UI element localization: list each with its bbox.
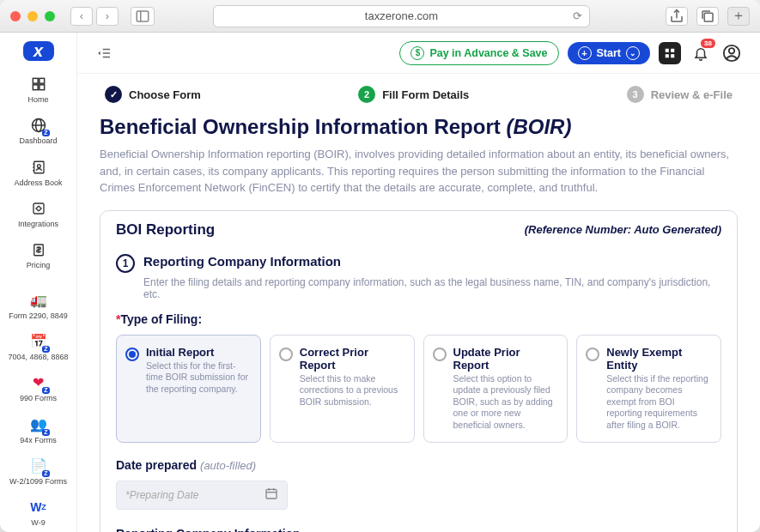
filing-option-correct[interactable]: Correct Prior Report Select this to make… [270,335,415,443]
w9-icon: WZ [29,498,48,517]
rail-w9[interactable]: WZ W-9 [0,493,76,532]
rail-integrations[interactable]: Integrations [0,194,76,233]
browser-sidebar-icon[interactable] [131,7,155,26]
check-icon: ✓ [105,86,122,103]
tabs-icon[interactable] [696,7,719,26]
truck-icon: 🚛 [29,291,48,310]
window-maximize-icon[interactable] [45,11,55,21]
filing-option-exempt[interactable]: Newly Exempt Entity Select this if the r… [576,335,721,443]
filing-option-initial[interactable]: Initial Report Select this for the first… [116,335,261,443]
date-prepared-input[interactable]: *Preparing Date [116,481,288,510]
rail-form-2290[interactable]: 🚛 Form 2290, 8849 [0,286,76,325]
svg-rect-21 [671,48,674,51]
notification-badge: 38 [701,39,715,48]
step-choose-form[interactable]: ✓ Choose Form [105,86,201,103]
rail-pricing[interactable]: Pricing [0,235,76,275]
document-icon: 📄Z [29,456,48,475]
svg-point-11 [37,164,40,167]
rail-w2-1099[interactable]: 📄Z W-2/1099 Forms [0,451,76,491]
rail-home[interactable]: Home [0,70,76,109]
rail-dashboard[interactable]: Z Dashboard [0,111,76,150]
sidebar-collapse-button[interactable] [94,43,115,63]
browser-url-bar[interactable]: taxzerone.com ⟳ [213,5,590,27]
page-title: Beneficial Ownership Information Report … [100,115,738,139]
panel-heading: BOI Reporting [116,221,215,239]
svg-rect-2 [704,13,713,21]
window-close-icon[interactable] [10,11,21,21]
svg-rect-6 [39,85,44,90]
filing-type-label: *Type of Filing: [116,312,721,326]
integrations-icon [29,199,48,218]
calendar-icon [264,487,278,503]
new-tab-button[interactable]: ＋ [727,7,750,26]
globe-icon: Z [29,116,48,135]
rail-address-book[interactable]: Address Book [0,153,76,192]
step-fill-details[interactable]: 2 Fill Form Details [358,86,469,103]
app-topbar: $ Pay in Advance & Save + Start ⌄ 38 [77,33,760,74]
browser-back-button[interactable]: ‹ [70,7,93,26]
svg-rect-22 [666,54,669,57]
plus-icon: + [578,46,592,60]
svg-rect-26 [266,490,277,499]
reference-number: (Reference Number: Auto Generated) [525,223,721,236]
rail-990-forms[interactable]: ❤Z 990 Forms [0,368,76,408]
apps-grid-button[interactable] [659,42,681,64]
window-minimize-icon[interactable] [27,11,38,21]
home-icon [29,75,48,94]
page-description: Beneficial Ownership Information reporti… [100,146,738,196]
progress-steps: ✓ Choose Form 2 Fill Form Details 3 Revi… [100,86,738,103]
svg-rect-0 [137,11,149,21]
rail-94x-forms[interactable]: 👥Z 94x Forms [0,410,76,450]
dollar-icon: $ [410,46,424,60]
step-review-efile[interactable]: 3 Review & e-File [627,86,733,103]
section-number: 1 [116,254,135,273]
calendar-icon: 📅Z [29,332,48,351]
svg-rect-20 [666,48,669,51]
svg-rect-4 [39,78,44,83]
notifications-button[interactable]: 38 [690,42,712,64]
share-icon[interactable] [666,7,688,26]
chevron-down-icon: ⌄ [626,46,640,60]
radio-icon [279,348,293,361]
heart-icon: ❤Z [29,373,48,392]
browser-url-text: taxzerone.com [365,9,438,22]
section-title: Reporting Company Information [143,254,341,269]
left-navigation-rail: x Home Z Dashboard Address Book Integrat… [0,33,77,532]
svg-rect-23 [671,54,674,57]
pay-advance-button[interactable]: $ Pay in Advance & Save [399,41,558,65]
rail-form-7004[interactable]: 📅Z 7004, 4868, 8868 [0,327,76,366]
address-book-icon [29,158,48,177]
svg-point-25 [729,48,734,53]
radio-icon [433,348,447,361]
boi-panel: BOI Reporting (Reference Number: Auto Ge… [100,210,738,533]
pricing-icon [29,240,48,259]
svg-rect-5 [33,85,38,90]
radio-icon [586,348,599,361]
date-prepared-label: Date prepared (auto-filled) [116,458,721,472]
user-avatar-button[interactable] [720,42,743,64]
app-logo[interactable]: x [23,41,54,61]
svg-rect-3 [33,78,38,83]
people-icon: 👥Z [29,415,48,434]
rci-heading: Reporting Company Information [116,527,721,532]
svg-rect-15 [33,203,44,214]
filing-option-update[interactable]: Update Prior Report Select this option t… [423,335,568,443]
start-button[interactable]: + Start ⌄ [568,42,650,64]
section-subtitle: Enter the filing details and reporting c… [143,276,721,300]
browser-title-bar: ‹ › taxzerone.com ⟳ ＋ [0,0,760,33]
reload-icon[interactable]: ⟳ [573,9,582,22]
browser-forward-button[interactable]: › [96,7,119,26]
radio-icon [125,348,139,361]
